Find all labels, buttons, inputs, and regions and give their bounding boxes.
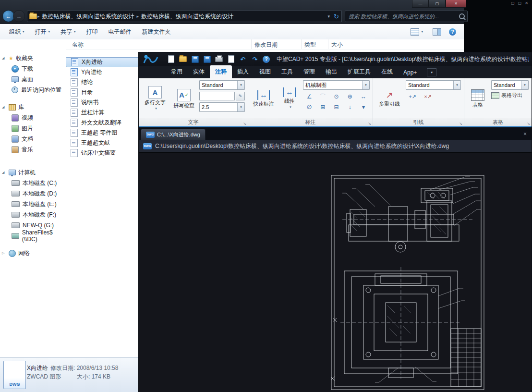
tab-tools[interactable]: 工具	[276, 65, 298, 78]
expander-icon[interactable]: ◢	[2, 105, 6, 109]
column-type[interactable]: 类型	[304, 41, 316, 49]
search-box[interactable]	[345, 11, 468, 22]
panel-footer-table[interactable]: 表格 ↘	[464, 118, 532, 126]
open-file-button[interactable]	[179, 55, 187, 63]
diameter-dim-icon[interactable]: ∅	[303, 102, 315, 112]
expander-icon[interactable]: ◢	[2, 56, 6, 60]
panel-footer-leader[interactable]: 引线 ↘	[373, 118, 464, 126]
chevron-down-icon[interactable]: ▾	[521, 81, 528, 89]
maximize-icon[interactable]: ▢	[518, 1, 522, 5]
arc-dim-icon[interactable]: ⌒	[316, 92, 329, 101]
save-button[interactable]	[191, 55, 199, 63]
sidebar-item-drive-f[interactable]: 本地磁盘 (F:)	[0, 209, 66, 220]
address-bar[interactable]: ▸ 数控钻床横、纵两向进给系统的设计 ▸ 数控钻床横、纵两向进给系统的设计 ▾	[27, 11, 334, 22]
sidebar-section-computer[interactable]: ◢ 计算机	[0, 167, 66, 178]
tab-view[interactable]: 视图	[254, 65, 276, 78]
table-export-button[interactable]: 表格导出	[491, 92, 529, 99]
text-field[interactable]	[199, 92, 235, 100]
dialog-launcher-icon[interactable]: ↘	[459, 122, 462, 126]
tab-express-tools[interactable]: 扩展工具	[342, 65, 376, 78]
chevron-down-icon[interactable]: ▾	[362, 81, 369, 89]
ordinate-dim-icon[interactable]: ⊕	[344, 92, 356, 101]
maximize-button[interactable]: ▢	[429, 0, 446, 8]
print-button[interactable]: 打印	[81, 26, 103, 37]
dialog-launcher-icon[interactable]: ↘	[243, 122, 246, 126]
text-style-select[interactable]: Standard ▾	[199, 80, 245, 90]
cad-canvas[interactable]	[139, 153, 532, 392]
expander-icon[interactable]: ◢	[2, 171, 6, 174]
text-height-select[interactable]: 2.5 ▾	[199, 102, 245, 112]
email-button[interactable]: 电子邮件	[103, 26, 137, 37]
sidebar-item-pictures[interactable]: 图片	[0, 123, 66, 134]
dialog-launcher-icon[interactable]: ↘	[527, 122, 530, 126]
sidebar-item-videos[interactable]: 视频	[0, 112, 66, 123]
new-file-button[interactable]	[167, 55, 175, 63]
sidebar-section-favorites[interactable]: ◢ ★ 收藏夹	[0, 53, 66, 63]
save-as-button[interactable]	[203, 55, 211, 63]
sidebar-item-sharefiles[interactable]: ShareFiles$ (\\DC)	[0, 231, 66, 241]
mleader-style-select[interactable]: Standard ▾	[406, 80, 461, 90]
column-name[interactable]: 名称	[72, 41, 84, 49]
column-divider[interactable]	[251, 39, 252, 49]
chevron-down-icon[interactable]: ▾	[237, 81, 244, 89]
refresh-button[interactable]: ↻	[331, 11, 342, 22]
column-divider[interactable]	[301, 39, 302, 49]
quick-dimension-button[interactable]: ↔ 快速标注	[251, 80, 276, 116]
symbol-insert-button[interactable]: ✎	[236, 92, 245, 100]
tab-solid[interactable]: 实体	[188, 65, 210, 78]
tab-output[interactable]: 输出	[320, 65, 342, 78]
open-button[interactable]: 打开 ▾	[30, 26, 56, 37]
background-window-controls[interactable]: ▢ ▢ ✕	[511, 1, 528, 5]
linear-dimension-button[interactable]: ↔ 线性 ▾	[279, 80, 300, 116]
close-document-icon[interactable]: ×	[523, 131, 527, 137]
dialog-launcher-icon[interactable]: ↘	[368, 122, 371, 126]
print-button[interactable]	[215, 55, 223, 63]
angular-dim-icon[interactable]: ∠	[303, 92, 315, 101]
ribbon-options-button[interactable]: ▾	[427, 68, 436, 76]
maximize-icon[interactable]: ▢	[511, 1, 515, 5]
spell-check-button[interactable]: A✓ 拼写检查	[171, 80, 196, 116]
sidebar-item-drive-c[interactable]: 本地磁盘 (C:)	[0, 178, 66, 188]
panel-footer-dimension[interactable]: 标注 ↘	[248, 118, 373, 126]
change-view-button[interactable]: ▾	[409, 26, 425, 37]
sidebar-item-drive-d[interactable]: 本地磁盘 (D:)	[0, 188, 66, 199]
breadcrumb-segment[interactable]: 数控钻床横、纵两向进给系统的设计	[40, 12, 136, 21]
tab-online[interactable]: 在线	[376, 65, 398, 78]
document-tab[interactable]: DWG C:\...\X向进给.dwg	[141, 129, 206, 140]
preview-pane-button[interactable]	[433, 28, 441, 36]
aligned-dim-icon[interactable]: ↔	[357, 92, 370, 101]
organize-button[interactable]: 组织 ▾	[4, 26, 30, 37]
sidebar-item-documents[interactable]: 文档	[0, 134, 66, 144]
share-button[interactable]: 共享 ▾	[55, 26, 81, 37]
panel-footer-text[interactable]: 文字 ↘	[139, 118, 248, 126]
sidebar-section-network[interactable]: ▷ 网络	[0, 248, 66, 258]
column-size[interactable]: 大小	[331, 41, 343, 49]
tab-insert[interactable]: 插入	[232, 65, 254, 78]
sidebar-item-drive-e[interactable]: 本地磁盘 (E:)	[0, 199, 66, 209]
tab-annotate[interactable]: 注释	[210, 65, 232, 78]
breadcrumb-segment[interactable]: 数控钻床横、纵两向进给系统的设计	[139, 12, 235, 21]
dim-style-select[interactable]: 机械制图 ▾	[303, 80, 370, 90]
plot-preview-button[interactable]	[227, 55, 235, 63]
help-button[interactable]: ?	[263, 56, 270, 63]
sidebar-item-music[interactable]: 音乐	[0, 144, 66, 155]
center-mark-icon[interactable]: ⊙	[330, 92, 342, 101]
remove-leader-button[interactable]: ×↗	[421, 92, 435, 101]
sidebar-item-recent[interactable]: 最近访问的位置	[0, 85, 66, 95]
help-button[interactable]: ?	[449, 28, 456, 36]
search-input[interactable]	[348, 13, 457, 20]
table-style-select[interactable]: Standard ▾	[491, 80, 529, 90]
expander-icon[interactable]: ▷	[2, 251, 6, 255]
new-folder-button[interactable]: 新建文件夹	[137, 26, 176, 37]
mtext-button[interactable]: A 多行文字 ▾	[142, 80, 169, 116]
redo-button[interactable]: ↷	[251, 55, 259, 63]
tab-manage[interactable]: 管理	[298, 65, 320, 78]
chevron-down-icon[interactable]: ▾	[237, 103, 244, 111]
forward-button[interactable]: →	[13, 10, 25, 22]
multileader-button[interactable]: ↗ 多重引线	[376, 80, 403, 116]
close-icon[interactable]: ✕	[525, 1, 528, 5]
tab-app-plus[interactable]: App+	[398, 67, 422, 78]
minimize-button[interactable]: —	[412, 0, 429, 8]
baseline-dim-icon[interactable]: ⊞	[316, 102, 329, 112]
sidebar-section-libraries[interactable]: ◢ 库	[0, 102, 66, 112]
